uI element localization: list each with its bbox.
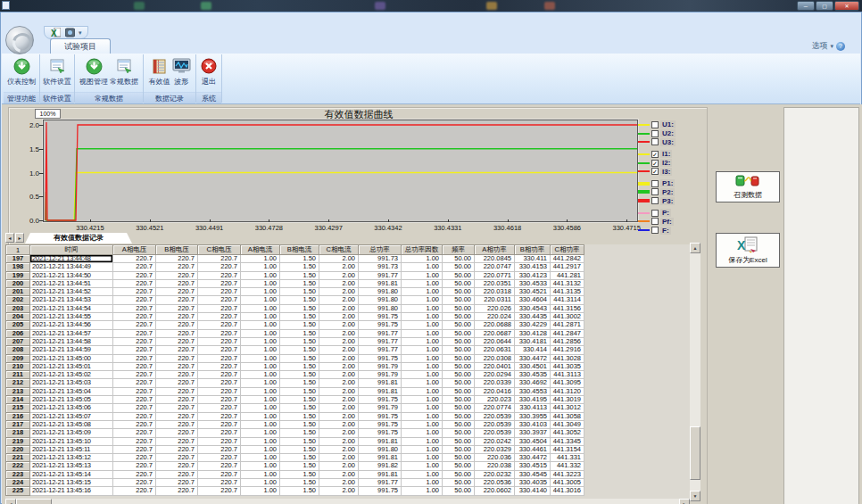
table-cell[interactable]: 220.7 [156, 371, 198, 379]
table-cell[interactable]: 50.00 [443, 371, 475, 379]
table-cell[interactable]: 991.75 [359, 354, 402, 362]
legend-checkbox[interactable] [651, 130, 659, 137]
table-cell[interactable]: 220.7 [113, 437, 156, 445]
table-cell[interactable]: 991.75 [359, 420, 402, 428]
table-cell[interactable]: 220.7 [113, 396, 156, 404]
legend-checkbox[interactable] [651, 188, 659, 195]
table-cell[interactable]: 220.7 [198, 354, 241, 362]
table-cell[interactable]: 330.4533 [515, 279, 551, 287]
table-cell[interactable]: 220.7 [113, 420, 156, 428]
legend-checkbox[interactable] [651, 218, 659, 225]
table-cell[interactable]: 441.3049 [551, 420, 584, 428]
table-cell[interactable]: 2.00 [319, 313, 359, 321]
table-cell[interactable]: 50.00 [443, 304, 475, 312]
table-cell[interactable]: 220.7 [113, 296, 156, 304]
table-cell[interactable]: 1.00 [402, 404, 443, 412]
table-cell[interactable]: 991.82 [359, 462, 402, 470]
table-cell[interactable]: 220.7 [156, 470, 198, 478]
tab-test-project[interactable]: 试验项目 [50, 38, 111, 54]
ribbon-button-waveform[interactable]: 波形 [171, 56, 192, 92]
table-cell[interactable]: 220.0539 [475, 420, 515, 428]
table-cell[interactable]: 1.00 [241, 288, 280, 296]
table-cell[interactable]: 2.00 [319, 279, 359, 287]
table-cell[interactable]: 220.7 [198, 479, 241, 487]
table-cell[interactable]: 2.00 [319, 346, 359, 354]
table-cell[interactable]: 50.00 [443, 379, 475, 387]
table-cell[interactable]: 1.00 [241, 263, 280, 271]
table-cell[interactable]: 220.0771 [475, 271, 515, 279]
ribbon-button-rms-value[interactable]: 有效值 [148, 56, 171, 92]
table-cell[interactable]: 50.00 [443, 279, 475, 287]
table-cell[interactable]: 330.4535 [515, 371, 551, 379]
table-cell[interactable]: 220.0294 [475, 371, 515, 379]
table-cell[interactable]: 2.00 [319, 454, 359, 462]
table-cell[interactable]: 2021-12-21 13:44:55 [30, 313, 113, 321]
table-cell[interactable]: 50.00 [443, 470, 475, 478]
table-cell[interactable]: 50.00 [443, 354, 475, 362]
table-cell[interactable]: 220.7 [198, 313, 241, 321]
table-cell[interactable]: 330.4472 [515, 354, 551, 362]
row-number-cell[interactable]: 203 [6, 304, 30, 312]
table-cell[interactable]: 220.0351 [475, 279, 515, 287]
table-cell[interactable]: 220.7 [113, 412, 156, 420]
table-cell[interactable]: 220.7 [113, 329, 156, 337]
table-cell[interactable]: 330.4113 [515, 404, 551, 412]
table-cell[interactable]: 220.7 [198, 445, 241, 453]
table-cell[interactable]: 991.79 [359, 404, 402, 412]
table-cell[interactable]: 220.7 [198, 321, 241, 329]
table-cell[interactable]: 991.77 [359, 479, 402, 487]
app-menu-button[interactable] [5, 26, 34, 54]
table-cell[interactable]: 50.00 [443, 445, 475, 453]
table-cell[interactable]: 1.50 [280, 329, 319, 337]
table-cell[interactable]: 330.4103 [515, 420, 551, 428]
table-cell[interactable]: 991.81 [359, 454, 402, 462]
table-cell[interactable]: 1.50 [280, 371, 319, 379]
table-cell[interactable]: 2021-12-21 13:45:10 [30, 437, 113, 445]
table-cell[interactable]: 441.3154 [551, 445, 584, 453]
legend-checkbox[interactable]: ✓ [651, 151, 659, 158]
table-cell[interactable]: 330.3937 [515, 429, 551, 437]
row-number-cell[interactable]: 205 [6, 321, 30, 329]
table-cell[interactable]: 220.7 [156, 454, 198, 462]
table-cell[interactable]: 1.00 [241, 404, 280, 412]
table-cell[interactable]: 220.7 [198, 329, 241, 337]
row-number-cell[interactable]: 213 [6, 387, 30, 395]
table-cell[interactable]: 2021-12-21 13:44:50 [30, 271, 113, 279]
table-cell[interactable]: 991.75 [359, 313, 402, 321]
table-cell[interactable]: 2.00 [319, 271, 359, 279]
row-number-cell[interactable]: 211 [6, 371, 30, 379]
table-cell[interactable]: 2021-12-21 13:45:03 [30, 379, 113, 387]
table-cell[interactable]: 441.3002 [551, 313, 584, 321]
table-cell[interactable]: 441.332 [551, 462, 584, 470]
table-cell[interactable]: 1.50 [280, 404, 319, 412]
table-cell[interactable]: 220.0242 [475, 437, 515, 445]
table-cell[interactable]: 50.00 [443, 429, 475, 437]
table-cell[interactable]: 1.00 [241, 329, 280, 337]
table-cell[interactable]: 220.7 [198, 279, 241, 287]
table-cell[interactable]: 991.77 [359, 337, 402, 345]
table-cell[interactable]: 220.7 [113, 279, 156, 287]
table-cell[interactable]: 2.00 [319, 255, 359, 263]
ribbon-button-regular-data[interactable]: 常规数据 [109, 56, 139, 92]
table-cell[interactable]: 50.00 [443, 437, 475, 445]
table-cell[interactable]: 1.00 [402, 321, 443, 329]
table-cell[interactable]: 1.50 [280, 396, 319, 404]
table-cell[interactable]: 441.3120 [551, 387, 584, 395]
table-cell[interactable]: 330.4140 [515, 487, 551, 495]
table-cell[interactable]: 1.00 [402, 263, 443, 271]
fetch-data-button[interactable]: 召测数据 [716, 171, 780, 202]
table-cell[interactable]: 1.00 [241, 487, 280, 495]
table-cell[interactable]: 220.7 [156, 354, 198, 362]
table-cell[interactable]: 220.0318 [475, 288, 515, 296]
table-cell[interactable]: 220.7 [198, 396, 241, 404]
table-cell[interactable]: 220.036 [475, 454, 515, 462]
table-cell[interactable]: 220.7 [198, 379, 241, 387]
row-number-cell[interactable]: 212 [6, 379, 30, 387]
horizontal-scroll-thumb[interactable] [16, 499, 52, 504]
table-cell[interactable]: 220.7 [113, 263, 156, 271]
scroll-right-icon[interactable]: ► [679, 499, 690, 504]
row-number-cell[interactable]: 225 [6, 487, 30, 495]
table-cell[interactable]: 50.00 [443, 346, 475, 354]
table-cell[interactable]: 1.00 [402, 479, 443, 487]
table-cell[interactable]: 220.7 [113, 362, 156, 370]
